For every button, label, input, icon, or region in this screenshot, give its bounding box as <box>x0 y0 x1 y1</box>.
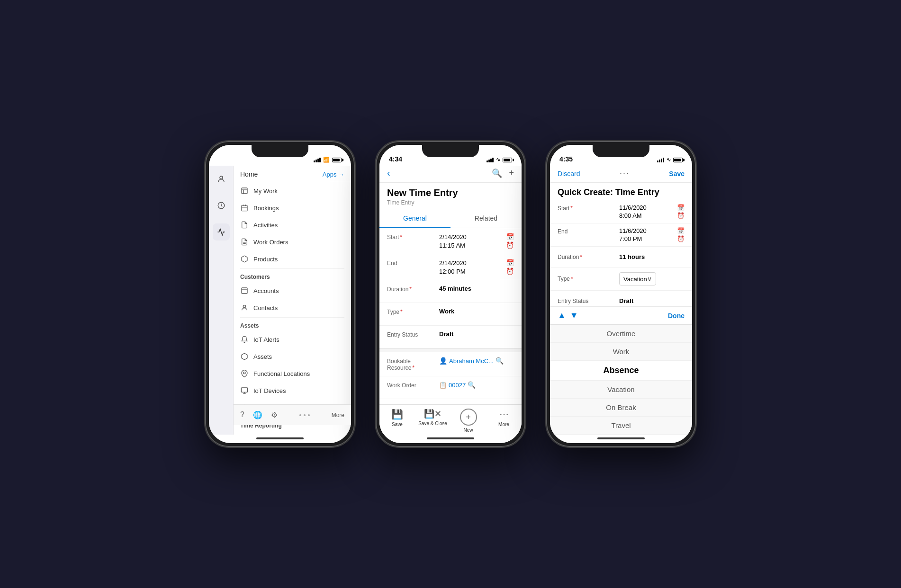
iot-alerts-label: IoT Alerts <box>253 336 279 343</box>
bookable-resource-value[interactable]: 👤 Abraham McC... 🔍 <box>439 357 514 365</box>
products-icon <box>240 255 249 263</box>
wifi-icon-3: ∿ <box>667 157 671 163</box>
more-button-form[interactable]: ⋯ More <box>486 409 522 433</box>
phone-3: 4:35 ∿ Discard ··· <box>545 140 697 448</box>
form-subtitle: Time Entry <box>387 199 514 206</box>
form-nav-actions: 🔍 + <box>492 168 514 178</box>
iot-devices-icon <box>240 386 249 395</box>
add-icon-form[interactable]: + <box>509 168 514 178</box>
products-label: Products <box>253 256 278 263</box>
quick-type-label: Type* <box>558 276 619 282</box>
nav-item-my-work[interactable]: My Work <box>234 182 351 199</box>
type-label: Type* <box>387 308 439 315</box>
end-label: End <box>387 259 439 267</box>
calendar-icon-end[interactable]: 📅 <box>506 259 514 267</box>
settings-icon[interactable]: ⚙ <box>271 410 278 419</box>
tab-general[interactable]: General <box>379 210 450 228</box>
save-button[interactable]: 💾 Save <box>379 409 415 433</box>
bookable-resource-label: Bookable Resource* <box>387 357 439 371</box>
search-icon-form[interactable]: 🔍 <box>492 168 502 178</box>
apps-link[interactable]: Apps → <box>323 171 344 178</box>
status-icons-3: ∿ <box>657 157 683 163</box>
help-icon[interactable]: ? <box>240 410 244 419</box>
back-button[interactable]: ‹ <box>387 168 390 178</box>
quick-duration-value[interactable]: 11 hours <box>619 253 685 260</box>
more-dots-button[interactable]: ··· <box>620 169 630 178</box>
signal-icon-2 <box>487 158 494 162</box>
clock-icon-quick-start[interactable]: ⏰ <box>677 212 685 219</box>
quick-entry-status-value[interactable]: Draft <box>619 297 685 304</box>
sidebar-chart-icon[interactable] <box>213 223 230 241</box>
save-close-button[interactable]: 💾✕ Save & Close <box>415 409 450 433</box>
sidebar-clock-icon[interactable] <box>213 197 230 214</box>
type-option-work[interactable]: Work <box>550 343 692 361</box>
type-option-travel[interactable]: Travel <box>550 417 692 435</box>
nav-item-accounts[interactable]: Accounts <box>234 282 351 299</box>
type-option-vacation[interactable]: Vacation <box>550 381 692 399</box>
discard-button[interactable]: Discard <box>558 170 580 178</box>
new-button[interactable]: + New <box>450 409 486 433</box>
field-start: Start* 2/14/2020 📅 11:15 AM ⏰ <box>379 228 522 254</box>
iot-devices-label: IoT Devices <box>253 387 286 394</box>
nav-item-iot-alerts[interactable]: IoT Alerts <box>234 331 351 348</box>
duration-value[interactable]: 45 minutes <box>439 285 514 292</box>
calendar-icon-quick-end[interactable]: 📅 <box>677 227 685 234</box>
iot-alerts-icon <box>240 335 249 344</box>
more-label-phone1[interactable]: More <box>332 412 344 419</box>
nav-item-work-orders[interactable]: Work Orders <box>234 233 351 250</box>
quick-start-date: 11/6/2020 <box>619 204 647 211</box>
quick-field-start: Start* 11/6/2020 📅 8:00 AM ⏰ <box>550 200 692 223</box>
quick-end-date: 11/6/2020 <box>619 227 647 234</box>
calendar-icon-start[interactable]: 📅 <box>506 233 514 241</box>
clock-icon-quick-end[interactable]: ⏰ <box>677 235 685 242</box>
nav-item-assets[interactable]: Assets <box>234 348 351 365</box>
nav-item-activities[interactable]: Activities <box>234 216 351 233</box>
field-bookable-resource: Bookable Resource* 👤 Abraham McC... 🔍 <box>379 352 522 376</box>
type-dropdown[interactable]: Vacation ∨ <box>619 272 656 285</box>
quick-fields: Start* 11/6/2020 📅 8:00 AM ⏰ <box>550 200 692 306</box>
type-option-on-break[interactable]: On Break <box>550 399 692 417</box>
save-close-label: Save & Close <box>418 421 447 426</box>
search-icon-resource[interactable]: 🔍 <box>496 357 504 365</box>
notch-3 <box>593 145 649 157</box>
work-order-value[interactable]: 📋 00027 🔍 <box>439 381 514 389</box>
home-link[interactable]: Home <box>240 170 258 178</box>
save-label: Save <box>392 422 403 427</box>
nav-item-bookings[interactable]: Bookings <box>234 199 351 216</box>
clock-icon-start[interactable]: ⏰ <box>506 241 514 249</box>
sidebar-person-icon[interactable] <box>213 170 230 187</box>
calendar-icon-quick-start[interactable]: 📅 <box>677 204 685 211</box>
work-order-number: 00027 <box>449 382 466 389</box>
up-arrow[interactable]: ▲ <box>558 311 566 321</box>
field-work-order: Work Order 📋 00027 🔍 <box>379 376 522 399</box>
nav-bottom-left-icons: ? 🌐 ⚙ <box>240 410 278 419</box>
notch-1 <box>252 145 308 157</box>
nav-item-functional-locations[interactable]: Functional Locations <box>234 365 351 382</box>
type-option-absence[interactable]: Absence <box>550 361 692 381</box>
type-picker: Overtime Work Absence Vacation On Break … <box>550 324 692 435</box>
search-icon-work-order[interactable]: 🔍 <box>468 381 476 389</box>
status-icons-2: ∿ <box>487 157 512 163</box>
quick-start-value[interactable]: 11/6/2020 📅 8:00 AM ⏰ <box>619 204 685 219</box>
globe-icon[interactable]: 🌐 <box>253 410 262 419</box>
nav-item-contacts[interactable]: Contacts <box>234 299 351 316</box>
sidebar-icons <box>209 166 234 435</box>
clock-icon-end[interactable]: ⏰ <box>506 267 514 275</box>
type-option-overtime[interactable]: Overtime <box>550 325 692 343</box>
quick-type-required: * <box>571 276 573 282</box>
tab-related[interactable]: Related <box>450 210 522 228</box>
nav-item-iot-devices[interactable]: IoT Devices <box>234 382 351 399</box>
end-value[interactable]: 2/14/2020 📅 12:00 PM ⏰ <box>439 259 514 275</box>
nav-item-time-off-requests[interactable]: Time Off Requests <box>234 431 351 435</box>
duration-label: Duration* <box>387 285 439 293</box>
entry-status-value[interactable]: Draft <box>439 330 514 338</box>
start-value[interactable]: 2/14/2020 📅 11:15 AM ⏰ <box>439 233 514 249</box>
nav-item-products[interactable]: Products <box>234 250 351 267</box>
form-tabs: General Related <box>379 210 522 228</box>
type-value[interactable]: Work <box>439 308 514 315</box>
done-button[interactable]: Done <box>668 312 685 320</box>
down-arrow[interactable]: ▼ <box>570 311 578 321</box>
quick-end-value[interactable]: 11/6/2020 📅 7:00 PM ⏰ <box>619 227 685 242</box>
save-button-quick[interactable]: Save <box>669 170 685 178</box>
quick-entry-status-label: Entry Status <box>558 298 619 304</box>
